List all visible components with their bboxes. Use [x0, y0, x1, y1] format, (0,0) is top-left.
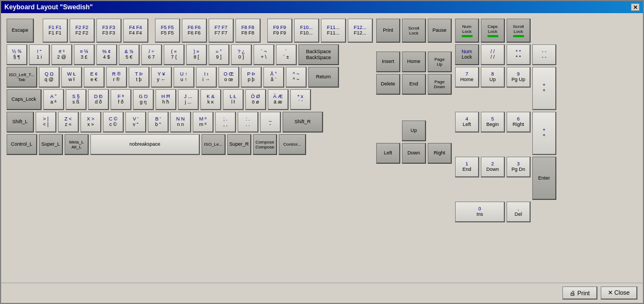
key-ctrl-r[interactable]: Control...	[279, 134, 306, 155]
key-left[interactable]: Left	[376, 143, 400, 164]
key-minus[interactable]: _ -	[260, 112, 281, 133]
key-down[interactable]: Down	[402, 143, 426, 164]
key-e[interactable]: E ¢ e €	[84, 67, 105, 88]
key-adia[interactable]: Ä Æ ä æ	[268, 89, 289, 110]
key-plus[interactable]: ` ¬ + \	[254, 44, 274, 65]
key-f9-f9[interactable]: F9 F9 F9 F9	[267, 19, 292, 43]
key-d[interactable]: D Ð d ð	[88, 89, 109, 110]
key-odia[interactable]: Ö Ø ö ø	[245, 89, 266, 110]
key-num0[interactable]: 0 Ins	[455, 202, 505, 222]
key-numlock[interactable]: Num Lock	[455, 44, 479, 65]
key-super-l[interactable]: Super_L	[39, 134, 63, 155]
key-num5[interactable]: 5 Begin	[481, 112, 505, 133]
key-f3-f3[interactable]: F3 F3 F3 F3	[96, 19, 122, 43]
key-num6[interactable]: 6 Right	[507, 112, 531, 133]
key-z[interactable]: Z < z «	[58, 112, 79, 133]
key-y[interactable]: Y ¥ y ←	[151, 67, 172, 88]
key-num3[interactable]: 3 Pg Dn	[507, 157, 531, 177]
key-9[interactable]: = ° 9 ]	[209, 44, 229, 65]
key-num-lock[interactable]: Num Lock	[455, 19, 479, 43]
key-num9[interactable]: 9 Pg Up	[507, 67, 531, 88]
key-4[interactable]: % ¢ 4 $	[96, 44, 117, 65]
key-end[interactable]: End	[402, 74, 426, 95]
key-num8[interactable]: 8 Up	[481, 67, 505, 88]
key-2[interactable]: # ³ 2 @	[51, 44, 72, 65]
key-num-slash[interactable]: / / / /	[481, 44, 505, 65]
key-num-enter[interactable]: Enter	[532, 157, 556, 200]
key-num4[interactable]: 4 Left	[455, 112, 479, 133]
key-f11[interactable]: F11... F11...	[321, 19, 346, 43]
key-r[interactable]: R ® r ®	[106, 67, 127, 88]
key-f4-f4[interactable]: F4 F4 F4 F4	[123, 19, 148, 43]
key-g[interactable]: G Ŋ g ŋ	[133, 89, 154, 110]
key-iso-level3[interactable]: ISO_Le...	[202, 134, 226, 155]
key-apos[interactable]: * x ´ '	[290, 89, 311, 110]
key-num-minus[interactable]: - - - -	[532, 44, 556, 65]
key-q[interactable]: Q Ω q @	[39, 67, 60, 88]
key-p[interactable]: P Þ p þ	[241, 67, 262, 88]
key-delete[interactable]: Delete	[376, 74, 400, 95]
key-o[interactable]: O Œ o œ	[219, 67, 239, 88]
key-s[interactable]: S § s ß	[66, 89, 87, 110]
key-period[interactable]: : . . .	[238, 112, 258, 133]
key-v[interactable]: V ' v "	[125, 112, 146, 133]
key-1[interactable]: ! " 1 i	[29, 44, 50, 65]
key-ctrl-l[interactable]: Control_L	[7, 134, 37, 155]
key-up[interactable]: Up	[402, 121, 426, 141]
key-half-three[interactable]: ½ ¾ § ¶	[7, 44, 27, 65]
key-0[interactable]: ? ¿ 0 }	[231, 44, 252, 65]
key-7[interactable]: ( « 7 {	[164, 44, 185, 65]
key-l[interactable]: L Ł l ł	[223, 89, 244, 110]
key-n[interactable]: N N n n	[170, 112, 191, 133]
key-f7-f7[interactable]: F7 F7 F7 F7	[209, 19, 234, 43]
key-m[interactable]: M º m º	[193, 112, 214, 133]
close-button[interactable]: ✕	[631, 3, 640, 11]
key-num-plus2[interactable]: + +	[532, 112, 556, 155]
key-f[interactable]: F ª f ð	[111, 89, 131, 110]
key-shift-r[interactable]: Shift_R	[283, 112, 323, 133]
key-scroll-lock[interactable]: Scroll Lock	[402, 19, 426, 43]
key-j[interactable]: J ... j ...	[178, 89, 199, 110]
key-print[interactable]: Print	[376, 19, 400, 43]
key-3[interactable]: ¤ ¼ 3 £	[74, 44, 95, 65]
key-shift-l[interactable]: Shift_L	[7, 112, 34, 133]
key-6[interactable]: / ÷ 6 7	[141, 44, 162, 65]
key-accent[interactable]: ´ ´ ±	[276, 44, 297, 65]
key-backspace[interactable]: BackSpace BackSpace	[298, 44, 339, 65]
key-super-r[interactable]: Super_R	[227, 134, 251, 155]
key-c[interactable]: C © c ©	[103, 112, 124, 133]
key-aring[interactable]: Å ° å ¨	[263, 67, 284, 88]
key-t[interactable]: T Þ t þ	[129, 67, 150, 88]
key-a[interactable]: A ° a ª	[43, 89, 64, 110]
key-f8-f8[interactable]: F8 F8 F8 F8	[235, 19, 261, 43]
key-home[interactable]: Home	[402, 51, 426, 72]
key-f12[interactable]: F12... F12...	[348, 19, 373, 43]
key-comma[interactable]: ; . , ,	[215, 112, 236, 133]
key-num1[interactable]: 1 End	[455, 157, 479, 177]
key-8[interactable]: ) » 8 [	[186, 44, 207, 65]
key-num-plus[interactable]: + +	[532, 67, 556, 110]
key-f2-f2[interactable]: F2 F2 F2 F2	[70, 19, 95, 43]
key-num-dot[interactable]: , Del	[507, 202, 531, 222]
key-w[interactable]: W Ł w ł	[61, 67, 82, 88]
key-f6-f6[interactable]: F6 F6 F6 F6	[182, 19, 207, 43]
key-5[interactable]: & ⅞ 5 €	[119, 44, 140, 65]
key-caps-lock-num[interactable]: Caps Lock	[481, 19, 505, 43]
key-k[interactable]: K & k κ	[200, 89, 221, 110]
key-i[interactable]: I ı i →	[196, 67, 217, 88]
key-alt-l[interactable]: Meta_L Alt_L	[65, 134, 89, 155]
key-space[interactable]: nobreakspace	[90, 134, 200, 155]
key-pause[interactable]: Pause	[428, 19, 452, 43]
key-x[interactable]: X > x »	[81, 112, 101, 133]
key-page-down[interactable]: Page Down	[428, 74, 452, 95]
key-b[interactable]: B ' b "	[148, 112, 169, 133]
key-h[interactable]: H Ħ h ħ	[156, 89, 176, 110]
key-iso[interactable]: > | < |	[36, 112, 56, 133]
key-num-asterisk[interactable]: * * * *	[507, 44, 531, 65]
key-insert[interactable]: Insert	[376, 51, 400, 72]
key-return[interactable]: Return	[308, 67, 339, 88]
key-umlaut[interactable]: ^ ~ ^ ~	[286, 67, 307, 88]
key-compose[interactable]: Compose Compose	[253, 134, 277, 155]
key-num7[interactable]: 7 Home	[455, 67, 479, 88]
key-u[interactable]: U ↑ u ↑	[174, 67, 194, 88]
